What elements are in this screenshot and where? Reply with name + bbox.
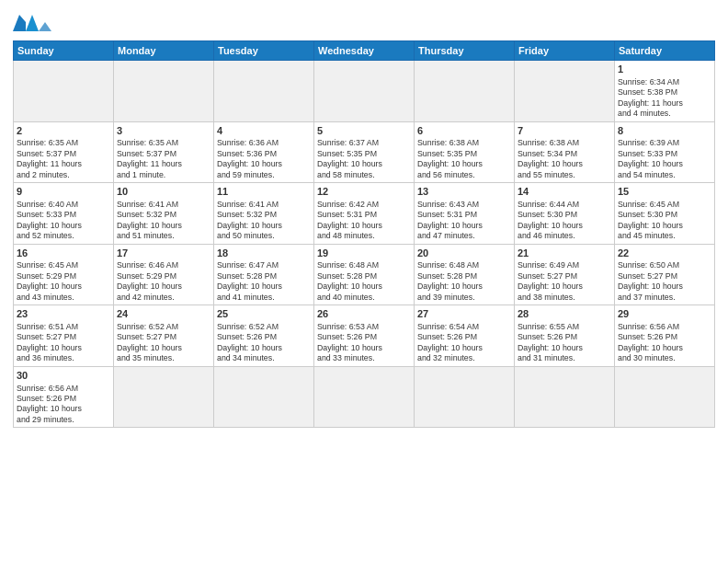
calendar-cell: 24Sunrise: 6:52 AM Sunset: 5:27 PM Dayli… <box>114 305 214 367</box>
day-number: 2 <box>17 124 110 138</box>
calendar-cell: 30Sunrise: 6:56 AM Sunset: 5:26 PM Dayli… <box>14 366 114 428</box>
calendar-cell: 8Sunrise: 6:39 AM Sunset: 5:33 PM Daylig… <box>615 121 715 183</box>
day-info: Sunrise: 6:48 AM Sunset: 5:28 PM Dayligh… <box>417 260 511 303</box>
day-number: 14 <box>518 185 611 199</box>
day-info: Sunrise: 6:37 AM Sunset: 5:35 PM Dayligh… <box>317 138 411 180</box>
day-info: Sunrise: 6:39 AM Sunset: 5:33 PM Dayligh… <box>618 138 711 180</box>
day-info: Sunrise: 6:35 AM Sunset: 5:37 PM Dayligh… <box>17 138 110 180</box>
day-number: 16 <box>17 247 110 260</box>
calendar-week-row: 1Sunrise: 6:34 AM Sunset: 5:38 PM Daylig… <box>14 61 715 122</box>
day-number: 13 <box>417 185 511 199</box>
calendar-cell: 16Sunrise: 6:45 AM Sunset: 5:29 PM Dayli… <box>14 244 114 305</box>
calendar-week-row: 23Sunrise: 6:51 AM Sunset: 5:27 PM Dayli… <box>14 305 715 367</box>
svg-marker-1 <box>26 15 39 31</box>
day-number: 19 <box>317 247 411 260</box>
calendar-page: SundayMondayTuesdayWednesdayThursdayFrid… <box>0 0 728 563</box>
calendar-week-row: 30Sunrise: 6:56 AM Sunset: 5:26 PM Dayli… <box>14 366 715 428</box>
day-number: 27 <box>417 307 511 321</box>
calendar-cell: 1Sunrise: 6:34 AM Sunset: 5:38 PM Daylig… <box>615 61 715 122</box>
calendar-cell: 5Sunrise: 6:37 AM Sunset: 5:35 PM Daylig… <box>314 121 415 183</box>
calendar-cell: 11Sunrise: 6:41 AM Sunset: 5:32 PM Dayli… <box>214 183 314 245</box>
calendar-week-row: 16Sunrise: 6:45 AM Sunset: 5:29 PM Dayli… <box>14 244 715 305</box>
weekday-header: Saturday <box>615 41 715 61</box>
calendar-table: SundayMondayTuesdayWednesdayThursdayFrid… <box>13 40 715 428</box>
calendar-cell: 26Sunrise: 6:53 AM Sunset: 5:26 PM Dayli… <box>314 305 415 367</box>
calendar-cell: 9Sunrise: 6:40 AM Sunset: 5:33 PM Daylig… <box>14 183 114 245</box>
day-number: 20 <box>417 247 511 260</box>
day-number: 10 <box>117 185 210 199</box>
header <box>13 9 715 35</box>
day-info: Sunrise: 6:36 AM Sunset: 5:36 PM Dayligh… <box>217 138 311 180</box>
day-number: 3 <box>117 124 210 138</box>
calendar-cell: 20Sunrise: 6:48 AM Sunset: 5:28 PM Dayli… <box>415 244 515 305</box>
day-number: 24 <box>117 307 210 321</box>
calendar-cell: 17Sunrise: 6:46 AM Sunset: 5:29 PM Dayli… <box>114 244 214 305</box>
day-number: 28 <box>518 307 611 321</box>
weekday-header: Tuesday <box>214 41 314 61</box>
day-number: 26 <box>317 307 411 321</box>
day-info: Sunrise: 6:48 AM Sunset: 5:28 PM Dayligh… <box>317 260 411 303</box>
day-info: Sunrise: 6:52 AM Sunset: 5:27 PM Dayligh… <box>117 322 210 364</box>
day-number: 12 <box>317 185 411 199</box>
calendar-cell <box>415 61 515 122</box>
calendar-cell: 29Sunrise: 6:56 AM Sunset: 5:26 PM Dayli… <box>615 305 715 367</box>
calendar-cell: 7Sunrise: 6:38 AM Sunset: 5:34 PM Daylig… <box>515 121 615 183</box>
svg-marker-2 <box>39 22 51 31</box>
calendar-cell <box>515 366 615 428</box>
day-number: 4 <box>217 124 311 138</box>
calendar-cell: 3Sunrise: 6:35 AM Sunset: 5:37 PM Daylig… <box>114 121 214 183</box>
calendar-cell: 10Sunrise: 6:41 AM Sunset: 5:32 PM Dayli… <box>114 183 214 245</box>
day-number: 18 <box>217 247 311 260</box>
calendar-cell: 15Sunrise: 6:45 AM Sunset: 5:30 PM Dayli… <box>615 183 715 245</box>
calendar-cell <box>314 366 415 428</box>
day-number: 25 <box>217 307 311 321</box>
calendar-cell <box>214 61 314 122</box>
calendar-cell: 19Sunrise: 6:48 AM Sunset: 5:28 PM Dayli… <box>314 244 415 305</box>
weekday-header: Thursday <box>415 41 515 61</box>
day-number: 7 <box>518 124 611 138</box>
day-info: Sunrise: 6:38 AM Sunset: 5:34 PM Dayligh… <box>518 138 611 180</box>
calendar-cell <box>114 366 214 428</box>
weekday-header: Friday <box>515 41 615 61</box>
day-info: Sunrise: 6:53 AM Sunset: 5:26 PM Dayligh… <box>317 322 411 364</box>
logo-icon <box>13 15 59 31</box>
day-info: Sunrise: 6:35 AM Sunset: 5:37 PM Dayligh… <box>117 138 210 180</box>
calendar-cell <box>314 61 415 122</box>
day-number: 17 <box>117 247 210 260</box>
calendar-cell: 12Sunrise: 6:42 AM Sunset: 5:31 PM Dayli… <box>314 183 415 245</box>
day-info: Sunrise: 6:41 AM Sunset: 5:32 PM Dayligh… <box>217 200 311 242</box>
calendar-week-row: 9Sunrise: 6:40 AM Sunset: 5:33 PM Daylig… <box>14 183 715 245</box>
day-info: Sunrise: 6:49 AM Sunset: 5:27 PM Dayligh… <box>518 260 611 303</box>
weekday-header: Monday <box>114 41 214 61</box>
weekday-header: Wednesday <box>314 41 415 61</box>
weekday-header: Sunday <box>14 41 114 61</box>
day-info: Sunrise: 6:45 AM Sunset: 5:29 PM Dayligh… <box>17 260 110 303</box>
calendar-cell: 18Sunrise: 6:47 AM Sunset: 5:28 PM Dayli… <box>214 244 314 305</box>
logo <box>13 15 59 35</box>
calendar-cell: 13Sunrise: 6:43 AM Sunset: 5:31 PM Dayli… <box>415 183 515 245</box>
calendar-cell: 4Sunrise: 6:36 AM Sunset: 5:36 PM Daylig… <box>214 121 314 183</box>
day-number: 11 <box>217 185 311 199</box>
day-info: Sunrise: 6:47 AM Sunset: 5:28 PM Dayligh… <box>217 260 311 303</box>
day-number: 30 <box>17 369 110 383</box>
day-number: 1 <box>618 63 711 76</box>
day-number: 9 <box>17 185 110 199</box>
day-number: 22 <box>618 247 711 260</box>
calendar-cell: 27Sunrise: 6:54 AM Sunset: 5:26 PM Dayli… <box>415 305 515 367</box>
calendar-cell: 23Sunrise: 6:51 AM Sunset: 5:27 PM Dayli… <box>14 305 114 367</box>
calendar-cell <box>415 366 515 428</box>
day-info: Sunrise: 6:51 AM Sunset: 5:27 PM Dayligh… <box>17 322 110 364</box>
calendar-cell: 14Sunrise: 6:44 AM Sunset: 5:30 PM Dayli… <box>515 183 615 245</box>
day-info: Sunrise: 6:34 AM Sunset: 5:38 PM Dayligh… <box>618 77 711 120</box>
calendar-cell <box>615 366 715 428</box>
day-info: Sunrise: 6:46 AM Sunset: 5:29 PM Dayligh… <box>117 260 210 303</box>
day-number: 29 <box>618 307 711 321</box>
day-info: Sunrise: 6:45 AM Sunset: 5:30 PM Dayligh… <box>618 200 711 242</box>
day-info: Sunrise: 6:44 AM Sunset: 5:30 PM Dayligh… <box>518 200 611 242</box>
svg-marker-0 <box>13 15 26 31</box>
day-info: Sunrise: 6:54 AM Sunset: 5:26 PM Dayligh… <box>417 322 511 364</box>
day-info: Sunrise: 6:52 AM Sunset: 5:26 PM Dayligh… <box>217 322 311 364</box>
day-info: Sunrise: 6:43 AM Sunset: 5:31 PM Dayligh… <box>417 200 511 242</box>
calendar-cell: 22Sunrise: 6:50 AM Sunset: 5:27 PM Dayli… <box>615 244 715 305</box>
day-number: 21 <box>518 247 611 260</box>
